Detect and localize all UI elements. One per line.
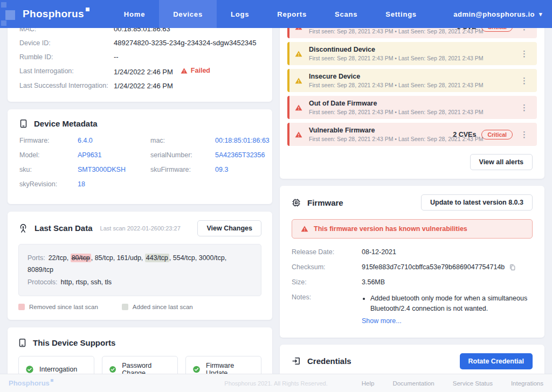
footer-link-documentation[interactable]: Documentation (392, 380, 434, 387)
card-title-text: Last Scan Data (34, 223, 93, 233)
last-scan-timestamp: Last scan 2022-01-2600:23:27 (100, 225, 191, 232)
footer-link-integrations[interactable]: Integrations (511, 380, 543, 387)
card-title-text: This Device Supports (33, 338, 115, 347)
warning-triangle-icon (301, 225, 308, 233)
alert-row: Vulnerable Firmware First seen: Sep 28, … (287, 123, 537, 146)
port-segment: 22/tcp, (49, 254, 71, 262)
mac-link[interactable]: 00:18:85:01:86:63 (215, 137, 270, 144)
legend-added: Added since last scan (122, 304, 193, 310)
metadata-label: skyRevision: (19, 180, 78, 188)
device-info-label: Last Successful Interrogation: (19, 82, 114, 89)
card-title-text: Credentials (307, 356, 351, 366)
device-info-label: Device ID: (19, 39, 114, 47)
note-item: Added bluetooth only mode for when a sim… (370, 293, 533, 314)
added-color-swatch (122, 304, 128, 310)
firmware-label: Checksum: (292, 263, 362, 271)
metadata-label: skuFirmware: (150, 166, 215, 173)
kebab-menu-icon[interactable]: ⋮ (518, 76, 530, 85)
page-content: MAC: 00:18:85:01:86:63 Device ID: 489274… (0, 0, 552, 392)
last-scan-data-card: Last Scan Data Last scan 2022-01-2600:23… (8, 212, 272, 320)
alert-dates: First seen: Sep 28, 2021 2:43 PM • Last … (309, 136, 447, 142)
device-info-card: MAC: 00:18:85:01:86:63 Device ID: 489274… (8, 16, 272, 102)
credentials-title: Credentials (292, 356, 351, 366)
firmware-version-link[interactable]: 6.4.0 (78, 137, 150, 144)
kebab-menu-icon[interactable]: ⋮ (518, 103, 530, 111)
nav-item-home[interactable]: Home (110, 0, 159, 28)
firmware-label: Size: (292, 278, 362, 286)
footer-brand-square-icon (51, 379, 53, 382)
card-title-text: Firmware (307, 198, 343, 207)
legend-removed: Removed since last scan (18, 304, 98, 310)
metadata-label: mac: (150, 137, 215, 144)
serial-number-link[interactable]: 5A42365T32356 (215, 151, 270, 159)
nav-item-scans[interactable]: Scans (321, 0, 371, 28)
nav-item-devices[interactable]: Devices (159, 0, 217, 28)
kebab-menu-icon[interactable]: ⋮ (518, 50, 530, 58)
main-nav: Home Devices Logs Reports Scans Settings (110, 0, 431, 28)
kebab-menu-icon[interactable]: ⋮ (518, 130, 530, 138)
brand-name: Phosphorus (23, 8, 84, 19)
update-firmware-button[interactable]: Update to latest version 8.0.3 (421, 194, 533, 211)
sku-firmware-link[interactable]: 09.3 (215, 166, 270, 173)
nav-item-settings[interactable]: Settings (371, 0, 431, 28)
scan-legend: Removed since last scan Added since last… (18, 304, 261, 310)
show-more-link[interactable]: Show more... (362, 317, 402, 325)
warning-text: This firmware version has known vulnerab… (314, 225, 467, 233)
navbar-decoration-square (1, 20, 6, 26)
alert-dates: First seen: Sep 28, 2021 2:43 PM • Last … (309, 28, 451, 34)
footer-link-service-status[interactable]: Service Status (453, 380, 493, 387)
footer-brand-logo: Phosphorus (9, 379, 53, 387)
protocols-label: Protocols: (27, 278, 58, 286)
footer-link-help[interactable]: Help (362, 380, 375, 387)
size-value: 3.56MB (362, 278, 533, 286)
port-segment: , 85/tcp, 161/udp, (91, 254, 145, 262)
view-all-alerts-button[interactable]: View all alerts (470, 154, 533, 170)
port-segment-removed: 80/tcp (71, 254, 91, 262)
device-metadata-title: Device Metadata (19, 119, 260, 128)
metadata-label: sku: (19, 166, 78, 173)
cpu-chip-icon (292, 198, 301, 207)
alerts-card: First seen: Sep 28, 2021 2:43 PM • Last … (280, 8, 544, 179)
warning-triangle-icon (295, 50, 302, 58)
warning-triangle-icon (295, 104, 302, 111)
sku-link[interactable]: SMT3000DKSH (78, 166, 150, 173)
nav-item-reports[interactable]: Reports (263, 0, 321, 28)
warning-triangle-icon (181, 67, 188, 74)
firmware-label: Release Date: (292, 248, 362, 256)
notes-value: Added bluetooth only mode for when a sim… (362, 293, 533, 325)
user-account-menu[interactable]: admin@phosphorus.io ▾ (453, 10, 542, 18)
view-changes-button[interactable]: View Changes (197, 220, 261, 236)
left-column: MAC: 00:18:85:01:86:63 Device ID: 489274… (8, 16, 272, 392)
alert-row: Insecure Device First seen: Sep 28, 2021… (287, 69, 537, 92)
checksum-text: 915fe883d7c710cbffca53e79b6869047754714b (362, 263, 505, 271)
ports-line: Ports:22/tcp, 80/tcp, 85/tcp, 161/udp, 4… (27, 252, 252, 276)
metadata-label: Model: (19, 151, 78, 159)
nav-item-logs[interactable]: Logs (217, 0, 263, 28)
warning-triangle-icon (295, 77, 302, 85)
alert-title: Insecure Device (309, 73, 513, 81)
scan-results-box: Ports:22/tcp, 80/tcp, 85/tcp, 161/udp, 4… (18, 244, 261, 297)
brand-logo[interactable]: Phosphorus (23, 8, 89, 20)
metadata-label: serialNumber: (150, 151, 215, 159)
legend-label: Added since last scan (133, 304, 193, 310)
copy-icon[interactable] (509, 264, 516, 271)
notes-label: Notes: (292, 293, 362, 301)
check-circle-icon (25, 365, 34, 374)
device-icon (19, 119, 27, 128)
model-link[interactable]: AP9631 (78, 151, 150, 159)
device-metadata-card: Device Metadata Firmware: 6.4.0 mac: 00:… (8, 109, 272, 204)
login-arrow-icon (292, 356, 301, 366)
footer-brand-name: Phosphorus (9, 379, 50, 387)
legend-label: Removed since last scan (29, 304, 98, 310)
last-interrogation-value: 1/24/2022 2:46 PMFailed (114, 67, 260, 76)
device-icon (18, 338, 26, 347)
warning-triangle-icon (295, 131, 302, 138)
right-column: First seen: Sep 28, 2021 2:43 PM • Last … (280, 8, 544, 392)
last-interrogation-date: 1/24/2022 2:46 PM (114, 68, 173, 76)
brand-square-icon (86, 8, 89, 11)
page-footer: Phosphorus 2021. All Rights Reserved. Ph… (0, 374, 552, 392)
sky-revision-link[interactable]: 18 (78, 180, 150, 188)
rotate-credential-button[interactable]: Rotate Credential (460, 353, 533, 369)
alert-dates: First seen: Sep 28, 2021 2:43 PM • Last … (309, 82, 513, 88)
support-label: Interrogation (39, 366, 77, 373)
